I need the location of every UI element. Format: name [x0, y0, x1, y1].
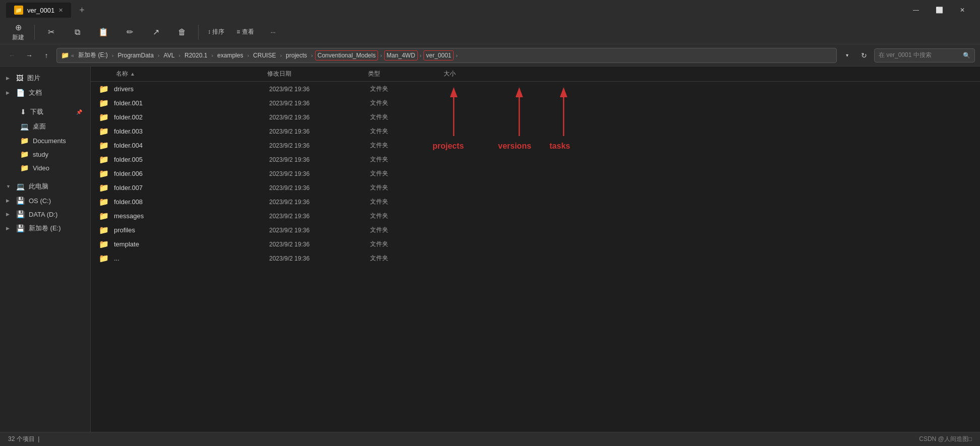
- folder-icon: 📁: [99, 98, 110, 108]
- sidebar-item-desktop[interactable]: 💻 桌面: [2, 119, 88, 134]
- file-name: folder.004: [114, 142, 143, 149]
- breadcrumb-conventional[interactable]: Conventional_Models: [315, 50, 378, 60]
- breadcrumb-man4wd[interactable]: Man_4WD: [384, 50, 418, 60]
- sidebar-label-video: Video: [33, 164, 49, 172]
- column-name[interactable]: 名称 ▲: [91, 70, 267, 78]
- file-date: 2023/9/2 19:36: [269, 170, 370, 177]
- breadcrumb-cruise[interactable]: CRUISE: [251, 51, 278, 60]
- file-type: 文件夹: [370, 113, 446, 121]
- file-date: 2023/9/2 19:36: [269, 128, 370, 135]
- table-row[interactable]: 📁 folder.005 2023/9/2 19:36 文件夹: [93, 153, 978, 166]
- tab-close-button[interactable]: ✕: [58, 7, 63, 14]
- table-row[interactable]: 📁 folder.008 2023/9/2 19:36 文件夹: [93, 195, 978, 209]
- file-type: 文件夹: [370, 141, 446, 150]
- sidebar-item-docs-en[interactable]: 📁 Documents: [2, 134, 88, 147]
- file-name: drivers: [114, 85, 134, 93]
- table-row[interactable]: 📁 folder.001 2023/9/2 19:36 文件夹: [93, 96, 978, 110]
- file-date: 2023/9/2 19:36: [269, 142, 370, 149]
- file-name: folder.002: [114, 113, 143, 121]
- sidebar-item-pictures[interactable]: ▶ 🖼 图片: [2, 71, 88, 85]
- refresh-button[interactable]: ↻: [857, 48, 871, 62]
- table-row[interactable]: 📁 drivers 2023/9/2 19:36 文件夹: [93, 82, 978, 96]
- new-tab-button[interactable]: +: [75, 5, 89, 16]
- breadcrumb-ver0001[interactable]: ver_0001: [423, 50, 454, 60]
- folder-icon: 📁: [99, 126, 110, 136]
- share-icon: ↗: [153, 27, 159, 37]
- table-row[interactable]: 📁 template 2023/9/2 19:36 文件夹: [93, 237, 978, 251]
- table-row[interactable]: 📁 folder.003 2023/9/2 19:36 文件夹: [93, 124, 978, 138]
- folder-icon: 📁: [99, 169, 110, 178]
- close-button[interactable]: ✕: [951, 2, 974, 18]
- breadcrumb-examples[interactable]: examples: [215, 51, 245, 60]
- back-button[interactable]: ←: [5, 48, 19, 62]
- sort-button[interactable]: ↕ 排序: [203, 26, 229, 38]
- paste-button[interactable]: 📋: [91, 25, 115, 39]
- table-row[interactable]: 📁 profiles 2023/9/2 19:36 文件夹: [93, 223, 978, 237]
- file-date: 2023/9/2 19:36: [269, 156, 370, 163]
- sidebar-item-video[interactable]: 📁 Video: [2, 161, 88, 174]
- table-row[interactable]: 📁 ... 2023/9/2 19:36 文件夹: [93, 251, 978, 265]
- table-row[interactable]: 📁 folder.002 2023/9/2 19:36 文件夹: [93, 110, 978, 124]
- column-date-label: 修改日期: [267, 70, 291, 77]
- sidebar-item-downloads[interactable]: ⬇ 下载 📌: [2, 105, 88, 119]
- cut-button[interactable]: ✂: [39, 25, 63, 39]
- table-row[interactable]: 📁 folder.006 2023/9/2 19:36 文件夹: [93, 167, 978, 180]
- file-date: 2023/9/2 19:36: [269, 227, 370, 234]
- sidebar-item-documents[interactable]: ▶ 📄 文档: [2, 86, 88, 100]
- sidebar-item-d-drive[interactable]: ▶ 💾 DATA (D:): [2, 208, 88, 221]
- column-size[interactable]: 大小: [444, 70, 519, 78]
- new-button[interactable]: ⊕ 新建: [6, 21, 30, 44]
- sidebar-item-study[interactable]: 📁 study: [2, 148, 88, 161]
- sidebar-item-thispc[interactable]: ▼ 💻 此电脑: [2, 179, 88, 194]
- maximize-button[interactable]: ⬜: [928, 2, 951, 18]
- file-date: 2023/9/2 19:36: [269, 199, 370, 206]
- sort-icon: ▲: [130, 71, 135, 77]
- column-date[interactable]: 修改日期: [267, 70, 368, 78]
- up-button[interactable]: ↑: [39, 48, 53, 62]
- downloads-icon: ⬇: [20, 108, 26, 116]
- table-row[interactable]: 📁 folder.007 2023/9/2 19:36 文件夹: [93, 181, 978, 195]
- breadcrumb-projects[interactable]: projects: [284, 51, 309, 60]
- copy-button[interactable]: ⧉: [65, 26, 89, 39]
- breadcrumb-bar[interactable]: 📁 « 新加卷 (E:) › ProgramData › AVL › R2020…: [56, 48, 837, 63]
- table-row[interactable]: 📁 messages 2023/9/2 19:36 文件夹: [93, 209, 978, 223]
- folder-icon: 📁: [99, 84, 110, 94]
- share-button[interactable]: ↗: [144, 25, 168, 39]
- sidebar-item-c-drive[interactable]: ▶ 💾 OS (C:): [2, 194, 88, 207]
- toolbar: ⊕ 新建 ✂ ⧉ 📋 ✏ ↗ 🗑 ↕ 排序 ≡ 查看 ···: [0, 20, 980, 44]
- forward-button[interactable]: →: [22, 48, 36, 62]
- more-button[interactable]: ···: [261, 27, 285, 38]
- breadcrumb-r2020[interactable]: R2020.1: [182, 51, 209, 60]
- delete-button[interactable]: 🗑: [170, 26, 194, 39]
- address-dropdown-button[interactable]: ▾: [840, 48, 854, 62]
- column-type[interactable]: 类型: [368, 70, 444, 78]
- folder-icon: 📁: [99, 239, 110, 249]
- active-tab[interactable]: 📁 ver_0001 ✕: [6, 3, 71, 18]
- view-button[interactable]: ≡ 查看: [231, 26, 259, 38]
- sidebar-item-e-drive[interactable]: ▶ 💾 新加卷 (E:): [2, 221, 88, 235]
- rename-button[interactable]: ✏: [117, 25, 142, 39]
- bc-sep-10: ›: [455, 52, 459, 58]
- address-bar: ← → ↑ 📁 « 新加卷 (E:) › ProgramData › AVL ›…: [0, 44, 980, 67]
- item-count-text: 32 个项目: [8, 435, 35, 442]
- search-box[interactable]: 在 ver_0001 中搜索 🔍: [874, 48, 975, 62]
- file-date: 2023/9/2 19:36: [269, 86, 370, 93]
- folder-icon: 📁: [99, 211, 110, 221]
- window-controls: — ⬜ ✕: [904, 2, 974, 18]
- breadcrumb-avl[interactable]: AVL: [162, 51, 177, 60]
- file-type: 文件夹: [370, 169, 446, 178]
- folder-icon: 📁: [99, 183, 110, 193]
- file-type: 文件夹: [370, 254, 446, 263]
- sidebar-label-downloads: 下载: [30, 107, 43, 116]
- minimize-button[interactable]: —: [904, 2, 928, 18]
- video-icon: 📁: [20, 164, 29, 172]
- breadcrumb-newdisk[interactable]: 新加卷 (E:): [76, 50, 110, 60]
- breadcrumb-programdata[interactable]: ProgramData: [115, 51, 155, 60]
- file-type: 文件夹: [370, 85, 446, 93]
- folder-icon: 📁: [99, 112, 110, 122]
- file-name: folder.001: [114, 99, 143, 107]
- new-icon: ⊕: [15, 23, 22, 32]
- table-row[interactable]: 📁 folder.004 2023/9/2 19:36 文件夹: [93, 139, 978, 152]
- file-name: messages: [114, 212, 144, 220]
- file-name: profiles: [114, 226, 135, 234]
